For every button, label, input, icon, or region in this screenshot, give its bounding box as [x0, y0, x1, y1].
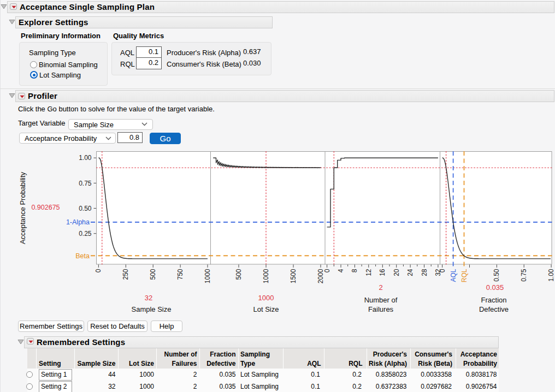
- svg-text:Sample Size: Sample Size: [132, 305, 172, 313]
- svg-text:Beta: Beta: [75, 252, 90, 260]
- svg-text:Number of: Number of: [364, 296, 398, 304]
- svg-text:4: 4: [337, 269, 345, 272]
- svg-text:0.75: 0.75: [79, 180, 92, 187]
- svg-text:24: 24: [406, 269, 414, 276]
- svg-text:0.035: 0.035: [486, 283, 504, 292]
- svg-text:750: 750: [176, 269, 184, 280]
- svg-text:12: 12: [365, 269, 373, 276]
- svg-text:1.00: 1.00: [79, 154, 92, 162]
- svg-text:Lot Size: Lot Size: [253, 305, 279, 313]
- svg-text:1000: 1000: [262, 269, 270, 283]
- svg-text:20: 20: [393, 269, 400, 276]
- svg-text:1.00: 1.00: [547, 269, 555, 282]
- svg-text:0: 0: [95, 269, 102, 272]
- svg-text:0.50: 0.50: [493, 269, 500, 282]
- svg-text:32: 32: [145, 294, 152, 302]
- svg-text:500: 500: [149, 269, 157, 280]
- svg-text:28: 28: [421, 269, 428, 276]
- svg-text:Acceptance Probability: Acceptance Probability: [19, 171, 27, 244]
- svg-text:1-Alpha: 1-Alpha: [66, 218, 90, 226]
- svg-text:Failures: Failures: [368, 305, 394, 313]
- svg-text:1000: 1000: [258, 294, 274, 302]
- svg-text:16: 16: [379, 269, 386, 276]
- svg-text:Fraction: Fraction: [481, 296, 507, 304]
- svg-text:0: 0: [439, 269, 446, 272]
- svg-text:Defective: Defective: [479, 305, 509, 313]
- svg-text:RQL: RQL: [460, 269, 468, 282]
- svg-text:0: 0: [323, 269, 331, 272]
- svg-text:500: 500: [235, 269, 243, 280]
- svg-text:0.902675: 0.902675: [31, 204, 60, 211]
- svg-text:1000: 1000: [204, 269, 211, 283]
- svg-text:0.75: 0.75: [520, 269, 528, 282]
- svg-text:250: 250: [122, 269, 129, 280]
- svg-text:2: 2: [379, 283, 382, 292]
- svg-text:1500: 1500: [290, 269, 297, 283]
- svg-text:8: 8: [351, 269, 358, 272]
- svg-text:AQL: AQL: [450, 269, 457, 282]
- svg-text:0.50: 0.50: [79, 205, 92, 212]
- svg-text:0.25: 0.25: [79, 230, 92, 237]
